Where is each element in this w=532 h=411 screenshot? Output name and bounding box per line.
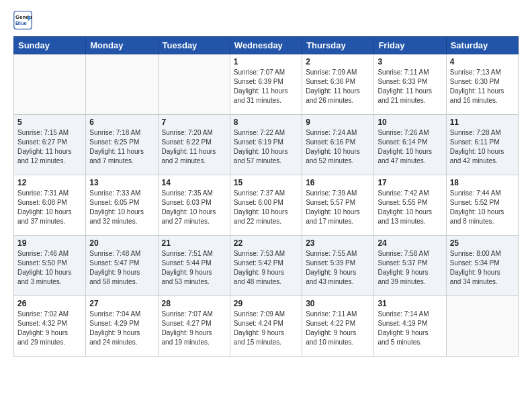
day-info: Sunrise: 7:35 AM Sunset: 6:03 PM Dayligh… <box>162 189 226 226</box>
day-number: 25 <box>450 238 515 248</box>
calendar-cell: 9Sunrise: 7:24 AM Sunset: 6:16 PM Daylig… <box>302 115 374 175</box>
calendar-cell: 16Sunrise: 7:39 AM Sunset: 5:57 PM Dayli… <box>302 175 374 236</box>
calendar-cell <box>86 54 158 115</box>
day-number: 10 <box>378 118 442 127</box>
day-info: Sunrise: 7:02 AM Sunset: 4:32 PM Dayligh… <box>17 310 82 347</box>
calendar-week-row: 5Sunrise: 7:15 AM Sunset: 6:27 PM Daylig… <box>14 115 519 175</box>
calendar-cell: 25Sunrise: 8:00 AM Sunset: 5:34 PM Dayli… <box>446 236 518 296</box>
calendar-cell: 14Sunrise: 7:35 AM Sunset: 6:03 PM Dayli… <box>158 175 230 236</box>
day-info: Sunrise: 8:00 AM Sunset: 5:34 PM Dayligh… <box>450 249 515 287</box>
day-number: 6 <box>89 118 154 127</box>
calendar-cell: 13Sunrise: 7:33 AM Sunset: 6:05 PM Dayli… <box>86 175 158 236</box>
day-number: 27 <box>89 299 154 308</box>
weekday-header-wednesday: Wednesday <box>230 37 302 54</box>
calendar-cell: 29Sunrise: 7:09 AM Sunset: 4:24 PM Dayli… <box>230 296 302 357</box>
calendar-cell: 26Sunrise: 7:02 AM Sunset: 4:32 PM Dayli… <box>14 296 86 357</box>
day-number: 21 <box>162 238 226 248</box>
day-number: 19 <box>17 238 82 248</box>
day-number: 29 <box>234 299 298 308</box>
calendar-table: SundayMondayTuesdayWednesdayThursdayFrid… <box>13 36 519 357</box>
calendar-cell: 18Sunrise: 7:44 AM Sunset: 5:52 PM Dayli… <box>446 175 518 236</box>
day-number: 16 <box>306 178 370 187</box>
calendar-cell: 22Sunrise: 7:53 AM Sunset: 5:42 PM Dayli… <box>230 236 302 296</box>
day-info: Sunrise: 7:15 AM Sunset: 6:27 PM Dayligh… <box>17 128 82 166</box>
calendar-cell: 1Sunrise: 7:07 AM Sunset: 6:39 PM Daylig… <box>230 54 302 115</box>
day-info: Sunrise: 7:24 AM Sunset: 6:16 PM Dayligh… <box>306 128 370 166</box>
day-info: Sunrise: 7:51 AM Sunset: 5:44 PM Dayligh… <box>162 249 226 287</box>
calendar-cell: 4Sunrise: 7:13 AM Sunset: 6:30 PM Daylig… <box>446 54 518 115</box>
weekday-header-tuesday: Tuesday <box>158 37 230 54</box>
day-info: Sunrise: 7:18 AM Sunset: 6:25 PM Dayligh… <box>89 128 154 166</box>
day-number: 3 <box>378 57 442 66</box>
weekday-header-saturday: Saturday <box>446 37 518 54</box>
day-number: 24 <box>378 238 442 248</box>
calendar-week-row: 19Sunrise: 7:46 AM Sunset: 5:50 PM Dayli… <box>14 236 519 296</box>
day-info: Sunrise: 7:11 AM Sunset: 4:22 PM Dayligh… <box>306 310 370 347</box>
weekday-header-row: SundayMondayTuesdayWednesdayThursdayFrid… <box>14 37 519 54</box>
day-info: Sunrise: 7:20 AM Sunset: 6:22 PM Dayligh… <box>162 128 226 166</box>
day-info: Sunrise: 7:46 AM Sunset: 5:50 PM Dayligh… <box>17 249 82 287</box>
day-number: 1 <box>234 57 298 66</box>
svg-text:Blue: Blue <box>15 20 28 26</box>
day-info: Sunrise: 7:39 AM Sunset: 5:57 PM Dayligh… <box>306 189 370 226</box>
calendar-week-row: 1Sunrise: 7:07 AM Sunset: 6:39 PM Daylig… <box>14 54 519 115</box>
calendar-cell: 28Sunrise: 7:07 AM Sunset: 4:27 PM Dayli… <box>158 296 230 357</box>
day-number: 22 <box>234 238 298 248</box>
calendar-cell: 17Sunrise: 7:42 AM Sunset: 5:55 PM Dayli… <box>374 175 446 236</box>
page: General Blue SundayMondayTuesdayWednesda… <box>0 0 532 367</box>
day-info: Sunrise: 7:11 AM Sunset: 6:33 PM Dayligh… <box>378 68 442 105</box>
weekday-header-sunday: Sunday <box>14 37 86 54</box>
day-info: Sunrise: 7:09 AM Sunset: 6:36 PM Dayligh… <box>306 68 370 105</box>
day-info: Sunrise: 7:04 AM Sunset: 4:29 PM Dayligh… <box>89 310 154 347</box>
day-info: Sunrise: 7:58 AM Sunset: 5:37 PM Dayligh… <box>378 249 442 287</box>
day-info: Sunrise: 7:33 AM Sunset: 6:05 PM Dayligh… <box>89 189 154 226</box>
day-number: 26 <box>17 299 82 308</box>
day-number: 8 <box>234 118 298 127</box>
day-number: 28 <box>162 299 226 308</box>
logo-icon: General Blue <box>13 11 32 30</box>
calendar-cell: 2Sunrise: 7:09 AM Sunset: 6:36 PM Daylig… <box>302 54 374 115</box>
logo: General Blue <box>13 11 35 30</box>
day-info: Sunrise: 7:37 AM Sunset: 6:00 PM Dayligh… <box>234 189 298 226</box>
calendar-cell: 24Sunrise: 7:58 AM Sunset: 5:37 PM Dayli… <box>374 236 446 296</box>
day-info: Sunrise: 7:13 AM Sunset: 6:30 PM Dayligh… <box>450 68 515 105</box>
weekday-header-thursday: Thursday <box>302 37 374 54</box>
day-number: 14 <box>162 178 226 187</box>
day-number: 17 <box>378 178 442 187</box>
calendar-cell: 19Sunrise: 7:46 AM Sunset: 5:50 PM Dayli… <box>14 236 86 296</box>
day-number: 4 <box>450 57 515 66</box>
calendar-cell: 7Sunrise: 7:20 AM Sunset: 6:22 PM Daylig… <box>158 115 230 175</box>
day-info: Sunrise: 7:22 AM Sunset: 6:19 PM Dayligh… <box>234 128 298 166</box>
day-info: Sunrise: 7:26 AM Sunset: 6:14 PM Dayligh… <box>378 128 442 166</box>
day-number: 20 <box>89 238 154 248</box>
calendar-cell: 5Sunrise: 7:15 AM Sunset: 6:27 PM Daylig… <box>14 115 86 175</box>
day-info: Sunrise: 7:07 AM Sunset: 4:27 PM Dayligh… <box>162 310 226 347</box>
day-number: 15 <box>234 178 298 187</box>
calendar-cell <box>14 54 86 115</box>
calendar-cell: 21Sunrise: 7:51 AM Sunset: 5:44 PM Dayli… <box>158 236 230 296</box>
day-info: Sunrise: 7:09 AM Sunset: 4:24 PM Dayligh… <box>234 310 298 347</box>
day-number: 7 <box>162 118 226 127</box>
calendar-cell <box>158 54 230 115</box>
day-info: Sunrise: 7:28 AM Sunset: 6:11 PM Dayligh… <box>450 128 515 166</box>
calendar-cell <box>446 296 518 357</box>
weekday-header-monday: Monday <box>86 37 158 54</box>
calendar-cell: 8Sunrise: 7:22 AM Sunset: 6:19 PM Daylig… <box>230 115 302 175</box>
day-info: Sunrise: 7:42 AM Sunset: 5:55 PM Dayligh… <box>378 189 442 226</box>
day-number: 12 <box>17 178 82 187</box>
calendar-cell: 27Sunrise: 7:04 AM Sunset: 4:29 PM Dayli… <box>86 296 158 357</box>
calendar-cell: 12Sunrise: 7:31 AM Sunset: 6:08 PM Dayli… <box>14 175 86 236</box>
calendar-week-row: 12Sunrise: 7:31 AM Sunset: 6:08 PM Dayli… <box>14 175 519 236</box>
day-number: 9 <box>306 118 370 127</box>
calendar-cell: 10Sunrise: 7:26 AM Sunset: 6:14 PM Dayli… <box>374 115 446 175</box>
day-number: 31 <box>378 299 442 308</box>
header: General Blue <box>13 11 519 30</box>
calendar-cell: 30Sunrise: 7:11 AM Sunset: 4:22 PM Dayli… <box>302 296 374 357</box>
day-number: 23 <box>306 238 370 248</box>
day-info: Sunrise: 7:55 AM Sunset: 5:39 PM Dayligh… <box>306 249 370 287</box>
calendar-week-row: 26Sunrise: 7:02 AM Sunset: 4:32 PM Dayli… <box>14 296 519 357</box>
day-info: Sunrise: 7:53 AM Sunset: 5:42 PM Dayligh… <box>234 249 298 287</box>
day-info: Sunrise: 7:07 AM Sunset: 6:39 PM Dayligh… <box>234 68 298 105</box>
day-number: 18 <box>450 178 515 187</box>
calendar-cell: 23Sunrise: 7:55 AM Sunset: 5:39 PM Dayli… <box>302 236 374 296</box>
